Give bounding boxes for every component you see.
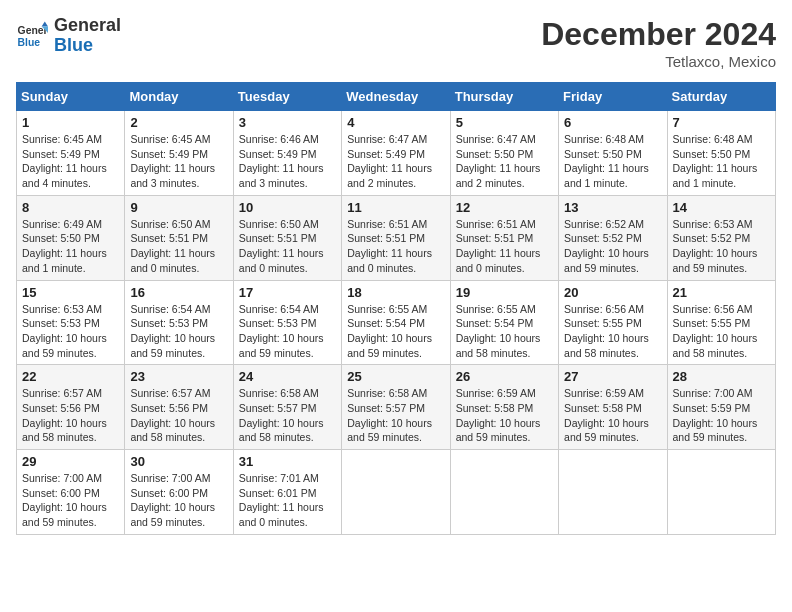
calendar-header-row: Sunday Monday Tuesday Wednesday Thursday… [17,83,776,111]
day-number: 28 [673,369,770,384]
svg-text:Blue: Blue [18,36,41,47]
calendar-cell: 16 Sunrise: 6:54 AMSunset: 5:53 PMDaylig… [125,280,233,365]
header-tuesday: Tuesday [233,83,341,111]
day-detail: Sunrise: 6:48 AMSunset: 5:50 PMDaylight:… [673,133,758,189]
day-number: 22 [22,369,119,384]
calendar-cell: 24 Sunrise: 6:58 AMSunset: 5:57 PMDaylig… [233,365,341,450]
day-number: 29 [22,454,119,469]
calendar-cell: 13 Sunrise: 6:52 AMSunset: 5:52 PMDaylig… [559,195,667,280]
calendar-week-row: 15 Sunrise: 6:53 AMSunset: 5:53 PMDaylig… [17,280,776,365]
day-number: 30 [130,454,227,469]
calendar-cell: 23 Sunrise: 6:57 AMSunset: 5:56 PMDaylig… [125,365,233,450]
day-detail: Sunrise: 6:47 AMSunset: 5:49 PMDaylight:… [347,133,432,189]
calendar-week-row: 22 Sunrise: 6:57 AMSunset: 5:56 PMDaylig… [17,365,776,450]
day-number: 25 [347,369,444,384]
day-number: 9 [130,200,227,215]
calendar-cell: 14 Sunrise: 6:53 AMSunset: 5:52 PMDaylig… [667,195,775,280]
calendar-cell [559,450,667,535]
day-detail: Sunrise: 6:50 AMSunset: 5:51 PMDaylight:… [130,218,215,274]
day-number: 14 [673,200,770,215]
calendar-cell: 27 Sunrise: 6:59 AMSunset: 5:58 PMDaylig… [559,365,667,450]
svg-marker-2 [42,21,48,26]
day-number: 4 [347,115,444,130]
day-number: 24 [239,369,336,384]
header-saturday: Saturday [667,83,775,111]
day-detail: Sunrise: 6:46 AMSunset: 5:49 PMDaylight:… [239,133,324,189]
day-detail: Sunrise: 6:57 AMSunset: 5:56 PMDaylight:… [130,387,215,443]
header-wednesday: Wednesday [342,83,450,111]
calendar-cell: 11 Sunrise: 6:51 AMSunset: 5:51 PMDaylig… [342,195,450,280]
day-detail: Sunrise: 6:56 AMSunset: 5:55 PMDaylight:… [673,303,758,359]
day-number: 6 [564,115,661,130]
day-number: 27 [564,369,661,384]
day-detail: Sunrise: 6:50 AMSunset: 5:51 PMDaylight:… [239,218,324,274]
day-detail: Sunrise: 7:00 AMSunset: 6:00 PMDaylight:… [130,472,215,528]
calendar-cell: 26 Sunrise: 6:59 AMSunset: 5:58 PMDaylig… [450,365,558,450]
calendar-cell: 2 Sunrise: 6:45 AMSunset: 5:49 PMDayligh… [125,111,233,196]
day-detail: Sunrise: 6:53 AMSunset: 5:52 PMDaylight:… [673,218,758,274]
day-number: 7 [673,115,770,130]
day-number: 13 [564,200,661,215]
calendar-cell [342,450,450,535]
day-detail: Sunrise: 6:54 AMSunset: 5:53 PMDaylight:… [239,303,324,359]
day-detail: Sunrise: 6:51 AMSunset: 5:51 PMDaylight:… [347,218,432,274]
calendar-cell: 28 Sunrise: 7:00 AMSunset: 5:59 PMDaylig… [667,365,775,450]
day-detail: Sunrise: 6:54 AMSunset: 5:53 PMDaylight:… [130,303,215,359]
day-detail: Sunrise: 6:48 AMSunset: 5:50 PMDaylight:… [564,133,649,189]
day-number: 10 [239,200,336,215]
calendar-cell: 8 Sunrise: 6:49 AMSunset: 5:50 PMDayligh… [17,195,125,280]
calendar-cell: 17 Sunrise: 6:54 AMSunset: 5:53 PMDaylig… [233,280,341,365]
calendar-cell: 19 Sunrise: 6:55 AMSunset: 5:54 PMDaylig… [450,280,558,365]
day-number: 26 [456,369,553,384]
day-detail: Sunrise: 6:53 AMSunset: 5:53 PMDaylight:… [22,303,107,359]
location-subtitle: Tetlaxco, Mexico [541,53,776,70]
calendar-cell [667,450,775,535]
day-detail: Sunrise: 6:52 AMSunset: 5:52 PMDaylight:… [564,218,649,274]
calendar-week-row: 29 Sunrise: 7:00 AMSunset: 6:00 PMDaylig… [17,450,776,535]
calendar-cell: 21 Sunrise: 6:56 AMSunset: 5:55 PMDaylig… [667,280,775,365]
day-detail: Sunrise: 6:55 AMSunset: 5:54 PMDaylight:… [456,303,541,359]
day-number: 17 [239,285,336,300]
logo: General Blue General Blue [16,16,121,56]
day-number: 1 [22,115,119,130]
day-number: 16 [130,285,227,300]
header-thursday: Thursday [450,83,558,111]
logo-icon: General Blue [16,20,48,52]
calendar-cell: 18 Sunrise: 6:55 AMSunset: 5:54 PMDaylig… [342,280,450,365]
logo-blue-text: Blue [54,36,121,56]
day-detail: Sunrise: 6:55 AMSunset: 5:54 PMDaylight:… [347,303,432,359]
day-detail: Sunrise: 6:49 AMSunset: 5:50 PMDaylight:… [22,218,107,274]
day-detail: Sunrise: 6:59 AMSunset: 5:58 PMDaylight:… [456,387,541,443]
calendar-cell: 22 Sunrise: 6:57 AMSunset: 5:56 PMDaylig… [17,365,125,450]
day-number: 15 [22,285,119,300]
day-number: 3 [239,115,336,130]
day-detail: Sunrise: 6:56 AMSunset: 5:55 PMDaylight:… [564,303,649,359]
calendar-cell: 12 Sunrise: 6:51 AMSunset: 5:51 PMDaylig… [450,195,558,280]
day-detail: Sunrise: 6:59 AMSunset: 5:58 PMDaylight:… [564,387,649,443]
calendar-table: Sunday Monday Tuesday Wednesday Thursday… [16,82,776,535]
title-block: December 2024 Tetlaxco, Mexico [541,16,776,70]
day-number: 21 [673,285,770,300]
calendar-cell: 4 Sunrise: 6:47 AMSunset: 5:49 PMDayligh… [342,111,450,196]
calendar-cell: 15 Sunrise: 6:53 AMSunset: 5:53 PMDaylig… [17,280,125,365]
day-detail: Sunrise: 6:45 AMSunset: 5:49 PMDaylight:… [22,133,107,189]
page-header: General Blue General Blue December 2024 … [16,16,776,70]
day-number: 12 [456,200,553,215]
calendar-cell: 6 Sunrise: 6:48 AMSunset: 5:50 PMDayligh… [559,111,667,196]
header-sunday: Sunday [17,83,125,111]
calendar-week-row: 1 Sunrise: 6:45 AMSunset: 5:49 PMDayligh… [17,111,776,196]
header-friday: Friday [559,83,667,111]
calendar-week-row: 8 Sunrise: 6:49 AMSunset: 5:50 PMDayligh… [17,195,776,280]
calendar-cell: 7 Sunrise: 6:48 AMSunset: 5:50 PMDayligh… [667,111,775,196]
day-number: 8 [22,200,119,215]
logo-general-text: General [54,16,121,36]
day-detail: Sunrise: 6:45 AMSunset: 5:49 PMDaylight:… [130,133,215,189]
day-detail: Sunrise: 7:01 AMSunset: 6:01 PMDaylight:… [239,472,324,528]
calendar-cell: 31 Sunrise: 7:01 AMSunset: 6:01 PMDaylig… [233,450,341,535]
day-number: 19 [456,285,553,300]
calendar-cell: 3 Sunrise: 6:46 AMSunset: 5:49 PMDayligh… [233,111,341,196]
calendar-cell: 29 Sunrise: 7:00 AMSunset: 6:00 PMDaylig… [17,450,125,535]
day-number: 11 [347,200,444,215]
day-number: 31 [239,454,336,469]
day-number: 5 [456,115,553,130]
